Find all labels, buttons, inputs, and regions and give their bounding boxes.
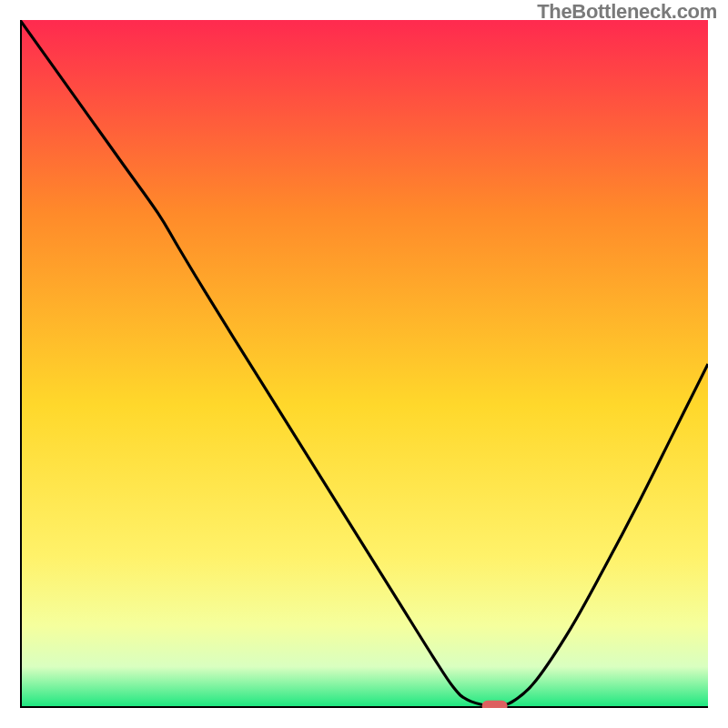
- optimal-marker: [482, 701, 508, 708]
- chart-plot: [20, 20, 708, 708]
- axes: [20, 20, 708, 708]
- chart-overlay: [20, 20, 708, 708]
- bottleneck-curve: [20, 20, 708, 707]
